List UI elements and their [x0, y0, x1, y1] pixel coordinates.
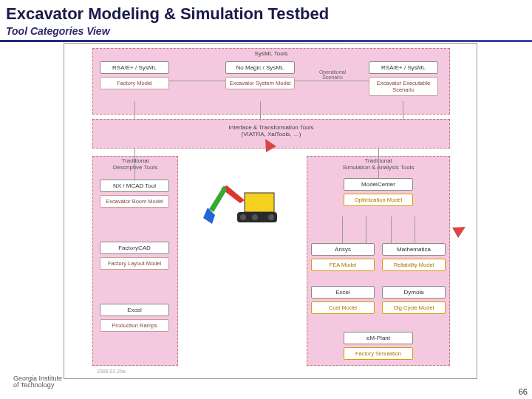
box-nx-sub: Excavator Boom Model: [100, 195, 169, 208]
connector: [391, 216, 392, 243]
box-emplant-sub: Factory Simulation: [344, 347, 413, 360]
footer-logo: Georgia Institute of Technology: [13, 375, 62, 389]
box-excel-ramps: Excel Production Ramps: [100, 304, 169, 332]
watermark: 2008.02.26a: [97, 369, 126, 374]
connector: [403, 101, 403, 120]
page-title: Excavator Modeling & Simulation Testbed: [0, 0, 532, 25]
connector: [169, 81, 225, 81]
box-nx-head: NX / MCAD Tool: [100, 180, 169, 192]
connector: [260, 101, 261, 120]
box-rsa1-head: RSA/E+ / SysML: [100, 61, 169, 74]
box-mathematica-head: Mathematica: [382, 243, 446, 256]
excavator-illustration: [202, 178, 283, 233]
box-excel-ramps-head: Excel: [100, 304, 169, 316]
box-dymola: Dymola Dig Cycle Model: [382, 286, 446, 314]
box-excel-cost-head: Excel: [311, 286, 375, 299]
connector: [134, 101, 135, 120]
box-modelcenter-sub: Optimization Model: [344, 194, 413, 206]
box-modelcenter-head: ModelCenter: [344, 178, 413, 191]
box-nomagic: No Magic / SysML Excavator System Model: [225, 61, 295, 89]
box-dymola-head: Dymola: [382, 286, 446, 299]
box-rsa2-sub: Excavator Executable Scenario: [369, 77, 438, 96]
arrow-red-icon: [452, 222, 468, 238]
connector: [366, 216, 366, 243]
diagram-canvas: SysML Tools Interface & Transformation T…: [64, 43, 477, 379]
box-rsa2: RSA/E+ / SysML Excavator Executable Scen…: [369, 61, 438, 96]
box-nx: NX / MCAD Tool Excavator Boom Model: [100, 180, 169, 208]
svg-point-3: [252, 214, 258, 220]
box-nomagic-head: No Magic / SysML: [225, 61, 295, 74]
box-nomagic-sub: Excavator System Model: [225, 77, 295, 89]
footer-logo-bottom: of Technology: [13, 382, 62, 389]
box-ansys-sub: FEA Model: [311, 259, 375, 271]
box-ansys-head: Ansys: [311, 243, 375, 256]
svg-point-2: [240, 214, 246, 220]
connector: [342, 216, 343, 243]
box-rsa1-sub: Factory Model: [100, 77, 169, 89]
page-subtitle: Tool Categories View: [0, 25, 532, 42]
box-rsa1: RSA/E+ / SysML Factory Model: [100, 61, 169, 89]
region-sysml-title: SysML Tools: [93, 50, 449, 57]
connector: [415, 216, 415, 243]
svg-marker-6: [209, 185, 227, 212]
svg-rect-0: [245, 193, 274, 212]
box-dymola-sub: Dig Cycle Model: [382, 301, 446, 314]
connector: [378, 149, 379, 178]
box-rsa2-head: RSA/E+ / SysML: [369, 61, 438, 74]
box-factorycad-sub: Factory Layout Model: [100, 257, 169, 270]
box-excel-ramps-sub: Production Ramps: [100, 319, 169, 332]
box-excel-cost: Excel Cost Model: [311, 286, 375, 314]
box-modelcenter: ModelCenter Optimization Model: [344, 178, 413, 206]
connector: [295, 81, 369, 81]
box-factorycad: FactoryCAD Factory Layout Model: [100, 242, 169, 270]
box-emplant: eM-Plant Factory Simulation: [344, 332, 413, 360]
box-mathematica-sub: Reliability Model: [382, 259, 446, 271]
svg-point-4: [268, 214, 274, 220]
label-scenario: Operational Scenario: [314, 69, 351, 80]
box-excel-cost-sub: Cost Model: [311, 301, 375, 314]
region-interface-title: Interface & Transformation Tools (VIATRA…: [93, 124, 449, 137]
connector: [134, 149, 135, 180]
box-emplant-head: eM-Plant: [344, 332, 413, 344]
page-number: 66: [519, 387, 528, 396]
box-ansys: Ansys FEA Model: [311, 243, 375, 271]
label-descriptive: Traditional Descriptive Tools: [97, 157, 174, 171]
box-factorycad-head: FactoryCAD: [100, 242, 169, 254]
box-mathematica: Mathematica Reliability Model: [382, 243, 446, 271]
